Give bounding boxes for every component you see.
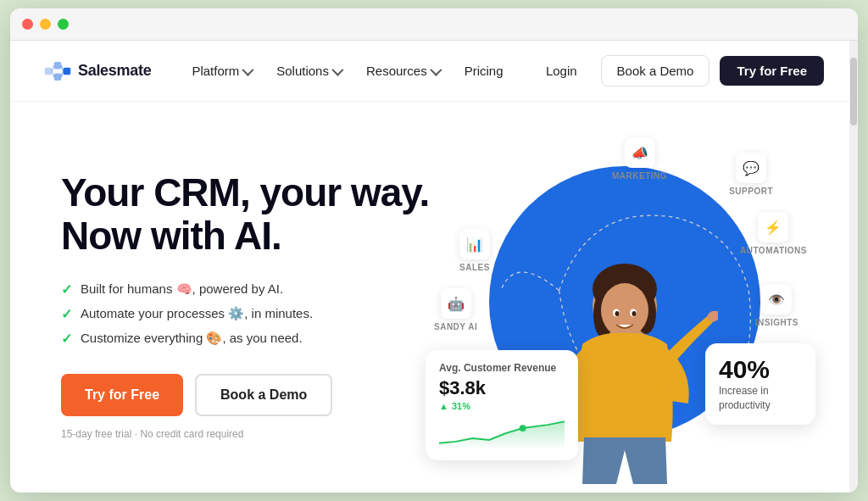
revenue-chart	[439, 418, 565, 448]
productivity-percent: 40%	[719, 355, 802, 384]
chevron-down-icon	[331, 64, 343, 75]
productivity-card: 40% Increase in productivity	[705, 343, 815, 425]
revenue-card: Avg. Customer Revenue $3.8k ▲ 31%	[426, 350, 578, 460]
bullet-3: ✓ Customize everything 🎨, as you need.	[61, 331, 442, 347]
bullet-1: ✓ Built for humans 🧠, powered by AI.	[61, 281, 442, 298]
svg-rect-3	[64, 67, 70, 74]
svg-point-8	[601, 283, 648, 337]
marketing-icon: 📣	[625, 137, 655, 168]
productivity-label: Increase in productivity	[719, 384, 802, 413]
chevron-down-icon	[430, 64, 442, 75]
revenue-badge: ▲ 31%	[439, 401, 565, 411]
support-icon: 💬	[736, 153, 766, 183]
hero-right: 📣 MARKETING 💬 SUPPORT 📊 SALES 🤖 SANDY AI	[442, 127, 807, 476]
nav-resources[interactable]: Resources	[356, 57, 449, 85]
svg-rect-0	[45, 67, 52, 74]
logo[interactable]: Salesmate	[44, 62, 151, 81]
titlebar	[10, 8, 858, 41]
browser-window: Salesmate Platform Solutions Resources P…	[10, 8, 858, 493]
arrow-up-icon: ▲	[439, 401, 448, 411]
hero-section: Your CRM, your way. Now with AI. ✓ Built…	[10, 102, 858, 493]
revenue-card-value: $3.8k	[439, 377, 565, 399]
sales-icon: 📊	[459, 229, 490, 259]
svg-point-12	[615, 311, 620, 316]
logo-text: Salesmate	[78, 62, 151, 80]
nav-platform[interactable]: Platform	[181, 57, 261, 85]
scrollbar[interactable]	[849, 41, 858, 493]
book-demo-hero-button[interactable]: Book a Demo	[195, 374, 332, 416]
scrollbar-thumb[interactable]	[850, 58, 857, 125]
logo-icon	[44, 62, 71, 81]
close-dot[interactable]	[22, 19, 33, 30]
nav-solutions[interactable]: Solutions	[266, 57, 351, 85]
nav-links: Platform Solutions Resources Pricing	[181, 57, 532, 85]
maximize-dot[interactable]	[58, 19, 69, 30]
book-demo-button[interactable]: Book a Demo	[601, 55, 710, 86]
insights-icon: 👁️	[761, 284, 792, 315]
automations-icon: ⚡	[758, 212, 788, 242]
try-free-nav-button[interactable]: Try for Free	[720, 56, 824, 86]
hero-title: Your CRM, your way. Now with AI.	[61, 171, 442, 257]
try-free-hero-button[interactable]: Try for Free	[61, 374, 183, 416]
nav-pricing[interactable]: Pricing	[454, 57, 514, 85]
hero-bullets: ✓ Built for humans 🧠, powered by AI. ✓ A…	[61, 281, 442, 347]
svg-rect-1	[54, 62, 61, 69]
orbit-node-marketing: 📣 MARKETING	[612, 137, 667, 181]
check-icon: ✓	[61, 331, 72, 347]
orbit-node-sales: 📊 SALES	[459, 229, 490, 272]
navbar: Salesmate Platform Solutions Resources P…	[10, 41, 858, 102]
minimize-dot[interactable]	[40, 19, 51, 30]
chevron-down-icon	[242, 64, 254, 75]
orbit-node-sandy-ai: 🤖 SANDY AI	[434, 288, 477, 331]
page-content: Salesmate Platform Solutions Resources P…	[10, 41, 858, 493]
orbit-node-automations: ⚡ AUTOMATIONS	[740, 212, 807, 255]
check-icon: ✓	[61, 306, 72, 322]
hero-note: 15-day free trial · No credit card requi…	[61, 428, 442, 440]
svg-rect-2	[54, 73, 61, 80]
check-icon: ✓	[61, 281, 72, 298]
nav-right: Login Book a Demo Try for Free	[532, 55, 824, 86]
orbit-node-support: 💬 SUPPORT	[729, 153, 773, 196]
hero-left: Your CRM, your way. Now with AI. ✓ Built…	[61, 127, 442, 476]
login-button[interactable]: Login	[532, 57, 591, 85]
svg-point-14	[520, 425, 526, 431]
revenue-chart-svg	[439, 418, 565, 448]
bullet-2: ✓ Automate your processes ⚙️, in minutes…	[61, 306, 442, 322]
revenue-card-title: Avg. Customer Revenue	[439, 362, 565, 374]
svg-point-13	[632, 311, 637, 316]
hero-cta: Try for Free Book a Demo	[61, 374, 442, 416]
orbit-node-insights: 👁️ INSIGHTS	[755, 284, 798, 327]
sandy-ai-icon: 🤖	[441, 288, 471, 319]
